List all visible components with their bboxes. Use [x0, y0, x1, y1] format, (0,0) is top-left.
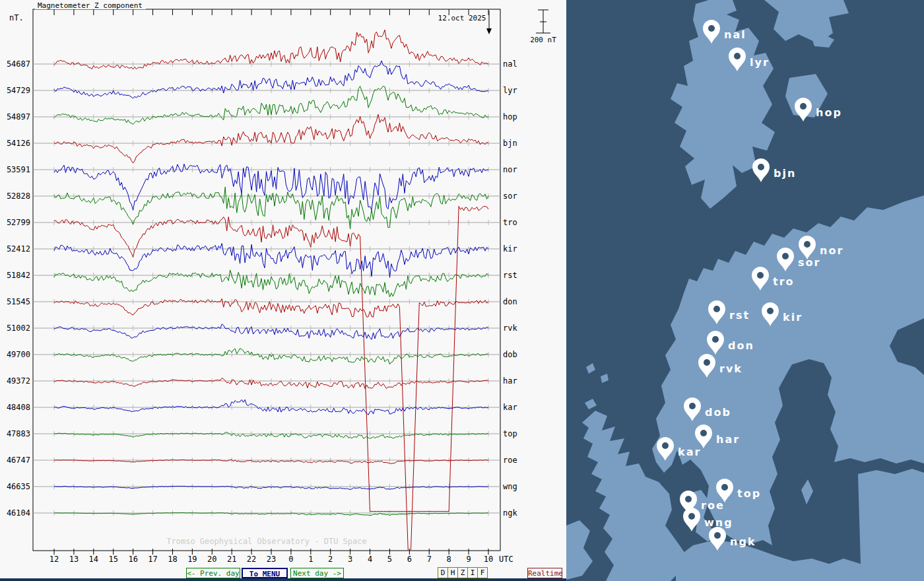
to-menu-button[interactable]: To MENU — [242, 568, 288, 578]
x-axis-tick-label: 20 — [207, 555, 216, 564]
station-code-label: har — [503, 376, 517, 386]
pin-hole — [708, 25, 715, 32]
y-axis-value: 46747 — [7, 456, 30, 465]
station-code-label: top — [503, 429, 517, 438]
magnetogram-panel: 54687nal54729lyr54897hop54126bjn53591nor… — [0, 0, 566, 581]
component-button-f[interactable]: F — [478, 568, 487, 578]
y-axis-value: 49372 — [7, 376, 30, 386]
y-axis-value: 51842 — [7, 271, 30, 280]
y-axis-value: 51002 — [7, 324, 30, 333]
y-axis-unit: nT. — [9, 13, 24, 22]
pin-hole — [757, 272, 764, 279]
component-button-d[interactable]: D — [438, 568, 448, 578]
pin-label: har — [716, 433, 740, 446]
x-axis-tick-label: 1 — [308, 555, 313, 564]
pin-hole — [712, 336, 719, 343]
station-code-label: rst — [503, 271, 517, 280]
station-code-label: kir — [503, 244, 517, 254]
pin-label: don — [728, 339, 754, 352]
y-axis-value: 54687 — [7, 59, 30, 69]
station-code-label: lyr — [503, 86, 517, 95]
x-axis-tick-label: 2 — [328, 555, 333, 564]
pin-label: dob — [705, 406, 731, 419]
pin-label: bjn — [774, 167, 796, 180]
station-code-label: kar — [503, 403, 517, 412]
pin-hole — [662, 442, 669, 449]
station-code-label: don — [503, 297, 517, 306]
y-axis-value: 54897 — [7, 112, 30, 121]
scale-bar — [536, 10, 550, 33]
station-code-label: sor — [503, 191, 517, 201]
pin-hole — [758, 164, 764, 170]
pin-label: hop — [816, 106, 842, 119]
x-axis-tick-label: 17 — [148, 555, 157, 564]
pin-hole — [689, 403, 696, 409]
pin-hole — [804, 241, 810, 248]
y-axis-value: 51545 — [7, 297, 30, 306]
pin-label: sor — [798, 256, 820, 269]
y-axis-value: 47883 — [7, 429, 30, 438]
pin-label: kir — [783, 311, 803, 324]
y-axis-value: 52412 — [7, 244, 30, 254]
pin-label: kar — [678, 446, 701, 458]
component-button-i[interactable]: I — [468, 568, 478, 578]
station-map: nallyrhopbjnnorsortrokirrstdonrvkdobhark… — [566, 0, 924, 581]
x-axis-tick-label: 19 — [187, 555, 197, 564]
x-axis-tick-label: 13 — [69, 555, 79, 564]
pin-hole — [721, 484, 728, 491]
x-axis-tick-label: 9 — [466, 555, 471, 564]
pin-label: nal — [724, 28, 746, 41]
pin-hole — [782, 253, 789, 259]
component-selector: DHZIF — [438, 567, 488, 578]
x-axis-tick-label: 7 — [427, 555, 432, 564]
realtime-button[interactable]: Realtime — [527, 568, 562, 578]
pin-hole — [688, 513, 695, 520]
y-axis-value: 54729 — [7, 86, 30, 95]
pin-label: roe — [701, 499, 725, 512]
x-axis-tick-label: 5 — [387, 555, 392, 564]
pin-hole — [767, 308, 774, 314]
y-axis-value: 52799 — [7, 218, 30, 227]
x-axis-tick-label: 15 — [109, 555, 118, 564]
station-code-label: roe — [503, 456, 517, 465]
pin-hole — [800, 103, 807, 110]
x-axis-unit: UTC — [499, 555, 513, 564]
component-button-h[interactable]: H — [448, 568, 458, 578]
pin-hole — [714, 532, 721, 539]
station-code-label: hop — [503, 112, 517, 121]
x-axis-tick-label: 23 — [267, 555, 276, 564]
magnetogram-chart: 54687nal54729lyr54897hop54126bjn53591nor… — [0, 0, 566, 581]
magnetogram-page: 54687nal54729lyr54897hop54126bjn53591nor… — [0, 0, 924, 581]
y-axis-value: 46635 — [7, 482, 30, 491]
prev-day-button[interactable]: <- Prev. day — [186, 568, 240, 578]
y-axis-value: 54126 — [7, 139, 30, 148]
next-day-button[interactable]: Next day -> — [290, 568, 344, 578]
pin-hole — [700, 430, 707, 436]
station-code-label: dob — [503, 350, 517, 359]
x-axis-tick-label: 10 — [484, 555, 493, 564]
station-code-label: bjn — [503, 139, 517, 148]
component-button-z[interactable]: Z — [458, 568, 468, 578]
x-axis-tick-label: 22 — [247, 555, 256, 564]
pin-hole — [704, 359, 710, 366]
pin-label: nor — [820, 244, 843, 257]
pin-hole — [685, 496, 692, 502]
x-axis-tick-label: 0 — [288, 555, 293, 564]
chart-title: Magnetometer Z component — [38, 1, 143, 10]
date-label: 12.oct 2025 — [438, 14, 486, 22]
pin-label: ngk — [730, 535, 756, 548]
station-code-label: wng — [503, 482, 517, 491]
pin-hole — [713, 306, 720, 312]
y-axis-value: 49700 — [7, 350, 30, 359]
station-code-label: tro — [503, 218, 517, 227]
y-axis-value: 48408 — [7, 403, 30, 412]
y-axis-value: 53591 — [7, 165, 30, 174]
pin-label: tro — [773, 275, 795, 288]
x-axis-tick-label: 16 — [128, 555, 137, 564]
watermark: Tromso Geophysical Observatory - DTU Spa… — [166, 537, 366, 546]
x-axis-tick-label: 21 — [227, 555, 236, 564]
pin-label: top — [737, 487, 761, 500]
x-axis-tick-label: 14 — [89, 555, 98, 564]
station-code-label: nal — [503, 59, 517, 69]
x-axis-tick-label: 12 — [50, 555, 59, 564]
